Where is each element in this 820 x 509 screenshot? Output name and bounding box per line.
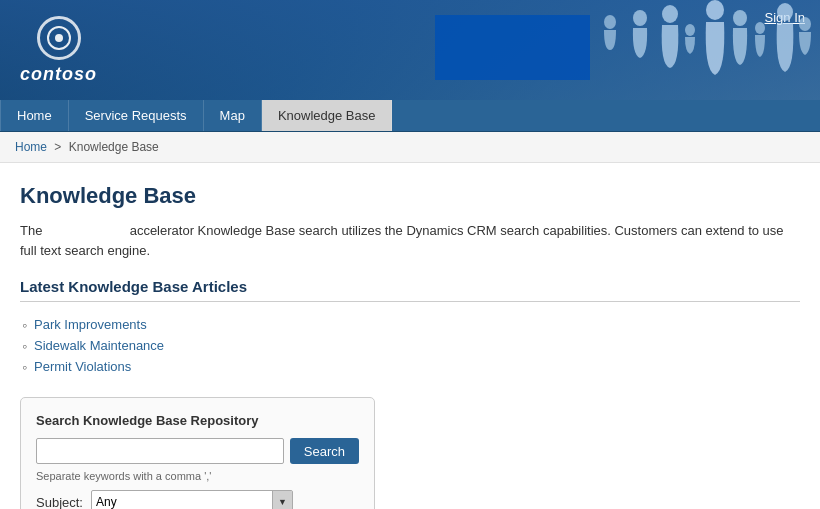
nav-item-home[interactable]: Home: [0, 100, 69, 131]
breadcrumb-current: Knowledge Base: [69, 140, 159, 154]
search-box-title: Search Knowledge Base Repository: [36, 413, 359, 428]
search-input[interactable]: [36, 438, 284, 464]
article-list: Park Improvements Sidewalk Maintenance P…: [20, 314, 800, 377]
list-item: Sidewalk Maintenance: [20, 335, 800, 356]
list-item: Permit Violations: [20, 356, 800, 377]
subject-select[interactable]: Any Parks Roads Permits Other: [92, 491, 272, 509]
subject-dropdown-icon[interactable]: ▼: [272, 491, 292, 509]
nav-item-service-requests[interactable]: Service Requests: [69, 100, 204, 131]
people-silhouettes: [590, 0, 820, 100]
header-banner: [435, 15, 590, 80]
search-box: Search Knowledge Base Repository Search …: [20, 397, 375, 509]
svg-point-5: [733, 10, 747, 26]
main-content: Knowledge Base The accelerator Knowledge…: [0, 163, 820, 509]
svg-point-6: [755, 22, 765, 34]
svg-point-8: [799, 17, 811, 31]
list-item: Park Improvements: [20, 314, 800, 335]
page-title: Knowledge Base: [20, 183, 800, 209]
breadcrumb-separator: >: [54, 140, 61, 154]
article-link-2[interactable]: Permit Violations: [34, 359, 131, 374]
desc-prefix: The: [20, 223, 42, 238]
svg-point-0: [604, 15, 616, 29]
logo-inner-circle: [47, 26, 71, 50]
svg-point-1: [633, 10, 647, 26]
breadcrumb-home[interactable]: Home: [15, 140, 47, 154]
svg-point-7: [777, 3, 793, 21]
article-link-0[interactable]: Park Improvements: [34, 317, 147, 332]
logo-icon: [37, 16, 81, 60]
subject-select-wrapper: Any Parks Roads Permits Other ▼: [91, 490, 293, 509]
description: The accelerator Knowledge Base search ut…: [20, 221, 800, 260]
search-row: Search: [36, 438, 359, 464]
breadcrumb: Home > Knowledge Base: [0, 132, 820, 163]
search-hint: Separate keywords with a comma ',': [36, 470, 359, 482]
article-link-1[interactable]: Sidewalk Maintenance: [34, 338, 164, 353]
subject-row: Subject: Any Parks Roads Permits Other ▼: [36, 490, 359, 509]
header: contoso Sign In: [0, 0, 820, 100]
app-name-blank: [46, 221, 126, 241]
logo-text: contoso: [20, 64, 97, 85]
nav-item-map[interactable]: Map: [204, 100, 262, 131]
subject-label: Subject:: [36, 495, 83, 510]
section-title: Latest Knowledge Base Articles: [20, 278, 800, 302]
desc-body: accelerator Knowledge Base search utiliz…: [20, 223, 784, 258]
nav-item-knowledge-base[interactable]: Knowledge Base: [262, 100, 393, 131]
svg-point-2: [662, 5, 678, 23]
svg-point-3: [685, 24, 695, 36]
logo-area: contoso: [0, 1, 117, 100]
nav-bar: Home Service Requests Map Knowledge Base: [0, 100, 820, 132]
svg-point-4: [706, 0, 724, 20]
search-button[interactable]: Search: [290, 438, 359, 464]
